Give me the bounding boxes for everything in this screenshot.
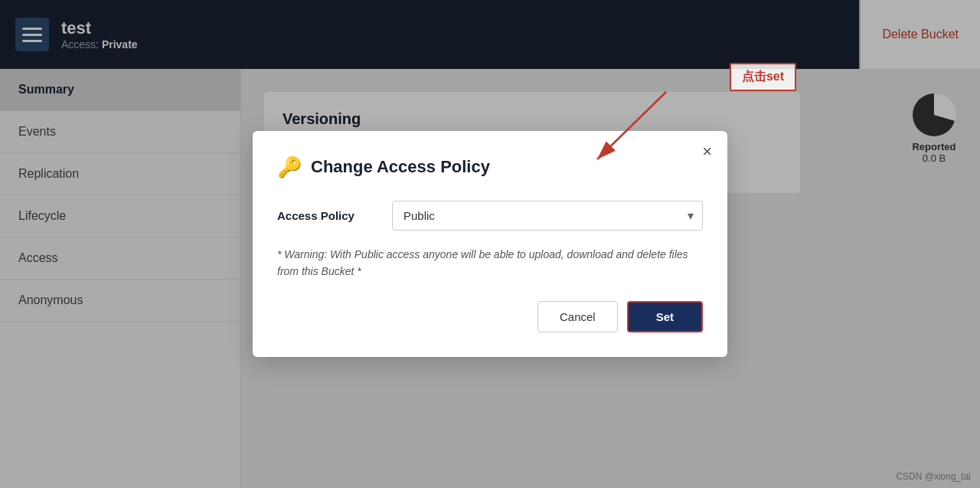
warning-text: * Warning: With Public access anyone wil… [277,246,703,280]
annotation-label: 点击set [730,63,796,91]
modal-close-button[interactable]: × [702,143,712,160]
cancel-button[interactable]: Cancel [537,301,618,332]
modal-title: Change Access Policy [311,157,490,177]
modal-buttons: Cancel Set [277,301,703,332]
modal-overlay: × 🔑 Change Access Policy Access Policy P… [0,0,980,488]
modal-title-row: 🔑 Change Access Policy [277,156,703,179]
access-policy-label: Access Policy [277,209,377,222]
access-policy-select[interactable]: Private Public Custom [392,201,703,231]
access-policy-field-row: Access Policy Private Public Custom ▾ [277,201,703,231]
set-button[interactable]: Set [627,301,703,332]
change-access-policy-modal: × 🔑 Change Access Policy Access Policy P… [253,131,727,358]
key-icon: 🔑 [277,156,302,179]
access-policy-select-wrapper: Private Public Custom ▾ [392,201,703,231]
